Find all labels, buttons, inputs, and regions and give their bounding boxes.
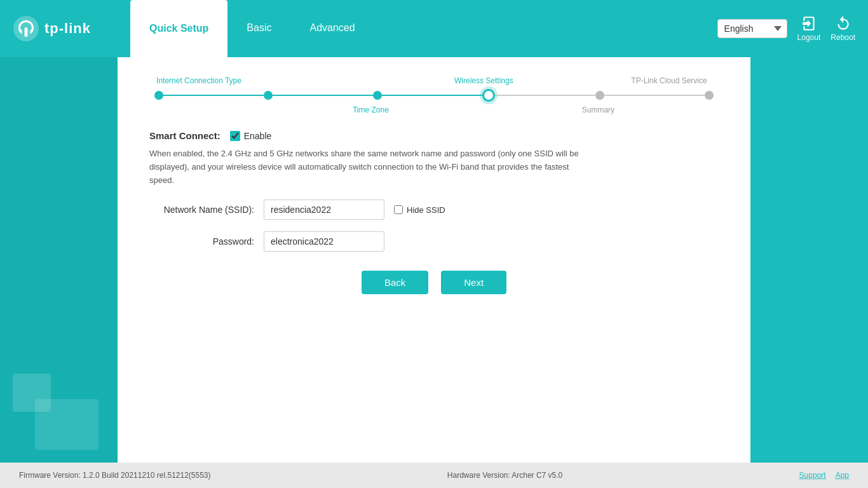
reboot-button[interactable]: Reboot: [831, 15, 855, 42]
step-dot-2: [264, 91, 273, 100]
next-button[interactable]: Next: [441, 271, 506, 294]
hardware-version: Hardware Version: Archer C7 v5.0: [447, 471, 562, 480]
network-name-row: Network Name (SSID): Hide SSID: [149, 200, 719, 220]
progress-steps: Internet Connection Type Wireless Settin…: [149, 76, 719, 114]
hide-ssid-label-wrap[interactable]: Hide SSID: [394, 205, 445, 215]
logo-area: tp-link: [13, 15, 130, 42]
step-dot-4-current: [482, 89, 495, 102]
header-right: English Español Français Deutsch 中文 Logo…: [717, 15, 855, 42]
footer: Firmware Version: 1.2.0 Build 20211210 r…: [0, 463, 868, 488]
connector-2: [273, 95, 373, 96]
smart-connect-description: When enabled, the 2.4 GHz and 5 GHz netw…: [149, 147, 581, 187]
app-link[interactable]: App: [836, 471, 849, 480]
step-label-timezone: Time Zone: [353, 105, 389, 114]
smart-connect-label: Smart Connect:: [149, 130, 220, 141]
connector-4: [495, 95, 595, 96]
logout-icon: [801, 15, 817, 32]
network-name-input[interactable]: [264, 200, 384, 220]
step-dot-6: [705, 91, 714, 100]
svg-rect-1: [25, 27, 28, 37]
footer-links: Support App: [799, 471, 849, 480]
button-row: Back Next: [149, 271, 719, 294]
firmware-version: Firmware Version: 1.2.0 Build 20211210 r…: [19, 471, 211, 480]
step-dot-1: [154, 91, 163, 100]
tab-advanced[interactable]: Advanced: [290, 0, 374, 57]
main-nav: Quick Setup Basic Advanced: [130, 0, 717, 57]
network-name-label: Network Name (SSID):: [149, 205, 264, 215]
header: tp-link Quick Setup Basic Advanced Engli…: [0, 0, 868, 57]
content-panel: Internet Connection Type Wireless Settin…: [118, 57, 750, 463]
main-wrapper: Internet Connection Type Wireless Settin…: [0, 57, 868, 463]
step-label-summary: Summary: [582, 105, 614, 114]
step-label-cloud: TP-Link Cloud Service: [625, 76, 714, 85]
password-label: Password:: [149, 236, 264, 247]
language-select[interactable]: English Español Français Deutsch 中文: [717, 19, 787, 38]
connector-1: [163, 95, 264, 96]
support-link[interactable]: Support: [799, 471, 826, 480]
back-button[interactable]: Back: [362, 271, 428, 294]
tplink-logo-icon: [13, 15, 39, 42]
connector-5: [604, 95, 705, 96]
step-dot-3: [373, 91, 382, 100]
tab-quick-setup[interactable]: Quick Setup: [130, 0, 227, 57]
password-row: Password:: [149, 231, 719, 252]
logout-label: Logout: [797, 33, 821, 42]
reboot-label: Reboot: [831, 33, 855, 42]
enable-checkbox-label[interactable]: Enable: [230, 131, 272, 141]
tab-basic[interactable]: Basic: [227, 0, 290, 57]
step-label-internet: Internet Connection Type: [154, 76, 243, 85]
connector-3: [382, 95, 482, 96]
step-dot-5: [595, 91, 604, 100]
brand-name: tp-link: [44, 20, 91, 37]
reboot-icon: [835, 15, 851, 32]
hide-ssid-text: Hide SSID: [407, 205, 445, 215]
logout-button[interactable]: Logout: [797, 15, 821, 42]
password-input[interactable]: [264, 231, 384, 252]
hide-ssid-checkbox[interactable]: [394, 205, 403, 214]
smart-connect-section: Smart Connect: Enable When enabled, the …: [149, 130, 719, 187]
step-label-wireless: Wireless Settings: [442, 76, 525, 85]
enable-text: Enable: [244, 131, 272, 141]
enable-checkbox[interactable]: [230, 131, 240, 141]
smart-connect-header: Smart Connect: Enable: [149, 130, 719, 141]
